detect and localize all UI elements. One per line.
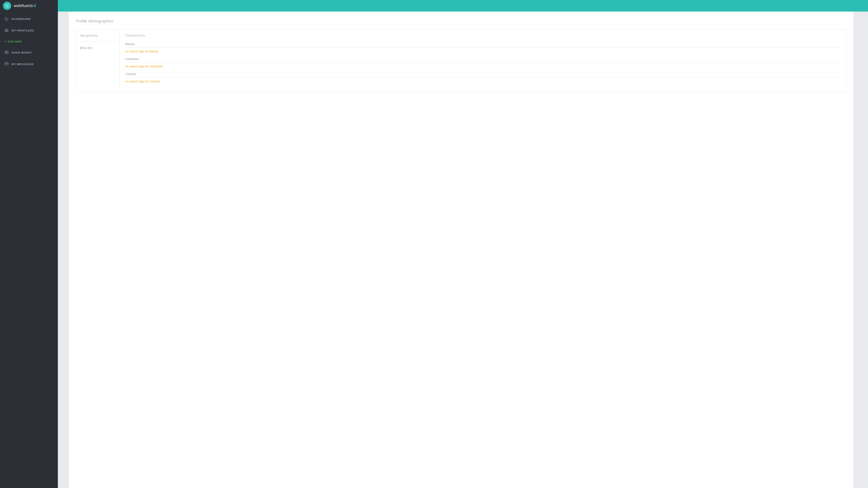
left-border	[58, 11, 69, 488]
content-area: Profile demographics Age group(s): 18 to…	[58, 11, 868, 488]
logo-accent: a	[33, 3, 35, 8]
hamburger-line-1	[5, 4, 9, 5]
channel-beauty-tags: no search tags for Beauty	[125, 49, 840, 53]
main-content: Profile demographics Age group(s): 18 to…	[69, 11, 854, 488]
channel-beauty-name: Beauty:	[125, 42, 840, 47]
channel-celebrities-tags: no search tags for Celebrities	[125, 64, 840, 68]
channel-lifestyle-name: Lifestyle:	[125, 72, 840, 77]
svg-rect-5	[5, 52, 8, 54]
channel-item-lifestyle: Lifestyle: no search tags for Lifestyle	[125, 72, 840, 83]
sidebar-item-add-new[interactable]: + ADD NEW	[0, 36, 58, 46]
section-title: Profile demographics	[76, 19, 846, 24]
top-header: webfluential	[0, 0, 868, 11]
sidebar-item-messages[interactable]: MY MESSAGES	[0, 58, 58, 70]
channel-item-beauty: Beauty: no search tags for Beauty	[125, 42, 840, 53]
header-left: webfluential	[0, 0, 58, 11]
messages-icon	[4, 62, 9, 66]
sidebar-item-messages-label: MY MESSAGES	[11, 63, 34, 66]
age-group-box: Age group(s): 18 to 24 |	[76, 29, 120, 92]
channel-focus-box: Channel focus: Beauty: no search tags fo…	[120, 29, 846, 92]
main-layout: DASHBOARD MY PROFILE(S) + ADD NEW	[0, 11, 868, 488]
svg-point-6	[6, 52, 7, 53]
header-teal-bar	[58, 0, 868, 11]
sidebar-item-make-money[interactable]: MAKE MONEY	[0, 46, 58, 58]
age-group-header: Age group(s):	[76, 29, 119, 42]
sidebar: DASHBOARD MY PROFILE(S) + ADD NEW	[0, 11, 58, 488]
hamburger-line-2	[5, 6, 9, 6]
channel-item-celebrities: Celebrities: no search tags for Celebrit…	[125, 58, 840, 68]
sidebar-item-add-new-label: ADD NEW	[7, 40, 22, 43]
plus-icon: +	[4, 40, 6, 43]
hamburger-line-3	[5, 7, 9, 7]
demographics-container: Age group(s): 18 to 24 | Channel focus: …	[76, 29, 846, 92]
sidebar-item-dashboard-label: DASHBOARD	[11, 18, 31, 21]
money-icon	[4, 50, 9, 55]
channel-celebrities-name: Celebrities:	[125, 58, 840, 62]
hamburger-button[interactable]	[3, 2, 11, 10]
age-group-value-container: 18 to 24 |	[76, 42, 119, 54]
content-inner: Profile demographics Age group(s): 18 to…	[58, 11, 868, 488]
channel-focus-label: Channel focus:	[125, 34, 840, 37]
right-border	[854, 11, 868, 488]
age-group-label: Age group(s):	[80, 34, 98, 37]
svg-point-0	[6, 19, 7, 19]
sidebar-item-profiles[interactable]: MY PROFILE(S)	[0, 25, 58, 36]
sidebar-item-profiles-label: MY PROFILE(S)	[11, 29, 34, 32]
logo: webfluential	[14, 3, 36, 8]
profile-icon	[4, 28, 9, 33]
sidebar-item-dashboard[interactable]: DASHBOARD	[0, 13, 58, 25]
sidebar-item-make-money-label: MAKE MONEY	[11, 51, 32, 54]
age-group-value: 18 to 24 |	[80, 46, 93, 50]
dashboard-icon	[4, 17, 9, 21]
channel-lifestyle-tags: no search tags for Lifestyle	[125, 79, 840, 83]
